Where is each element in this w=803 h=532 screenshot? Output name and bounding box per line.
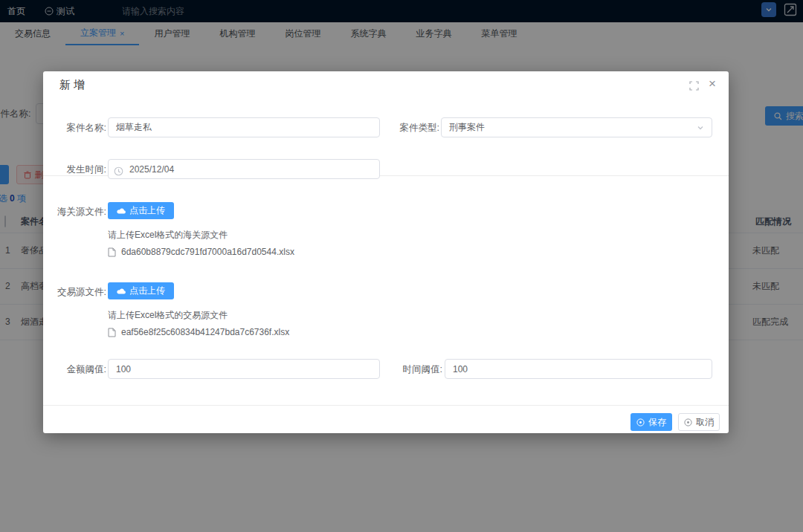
cloud-upload-icon (117, 288, 126, 294)
document-icon (108, 328, 116, 337)
customs-file-label: 海关源文件: (53, 206, 106, 218)
amount-threshold-input[interactable] (108, 359, 380, 379)
occur-time-label: 发生时间: (53, 163, 106, 176)
chevron-down-icon (697, 124, 704, 132)
customs-file-name: 6da60b8879cdc791fd7000a16d7d0544.xlsx (121, 247, 294, 257)
circle-close-icon (684, 418, 692, 426)
case-type-label: 案件类型: (386, 122, 439, 134)
cloud-upload-icon (117, 207, 126, 214)
save-button[interactable]: 保存 (631, 413, 672, 431)
case-name-input[interactable] (108, 117, 380, 137)
trade-upload-hint: 请上传Excel格式的交易源文件 (108, 309, 228, 322)
time-threshold-input[interactable] (445, 359, 712, 379)
case-name-label: 案件名称: (53, 122, 106, 134)
circle-check-icon (636, 418, 645, 426)
document-icon (108, 247, 116, 257)
clock-icon (114, 166, 123, 176)
customs-uploaded-file[interactable]: 6da60b8879cdc791fd7000a16d7d0544.xlsx (108, 247, 294, 257)
customs-upload-hint: 请上传Excel格式的海关源文件 (108, 229, 228, 241)
trade-file-name: eaf56e8f25c60834b41247bda7c6736f.xlsx (121, 327, 289, 337)
fullscreen-icon[interactable] (689, 81, 699, 91)
customs-upload-button[interactable]: 点击上传 (108, 202, 174, 219)
occur-time-input[interactable] (108, 159, 380, 179)
add-case-dialog: 新 增 × 案件名称: 案件类型: 刑事案件 发生时间: 海关源文件: 点击上传… (43, 71, 729, 433)
trade-file-label: 交易源文件: (53, 286, 106, 299)
case-type-select[interactable]: 刑事案件 (441, 117, 712, 137)
close-icon[interactable]: × (709, 77, 716, 91)
trade-uploaded-file[interactable]: eaf56e8f25c60834b41247bda7c6736f.xlsx (108, 327, 289, 337)
trade-upload-button[interactable]: 点击上传 (108, 282, 174, 299)
cancel-button[interactable]: 取消 (678, 413, 720, 431)
amount-threshold-label: 金额阈值: (53, 363, 106, 376)
dialog-title: 新 增 (59, 78, 85, 92)
divider (43, 405, 729, 406)
time-threshold-label: 时间阈值: (389, 363, 442, 376)
